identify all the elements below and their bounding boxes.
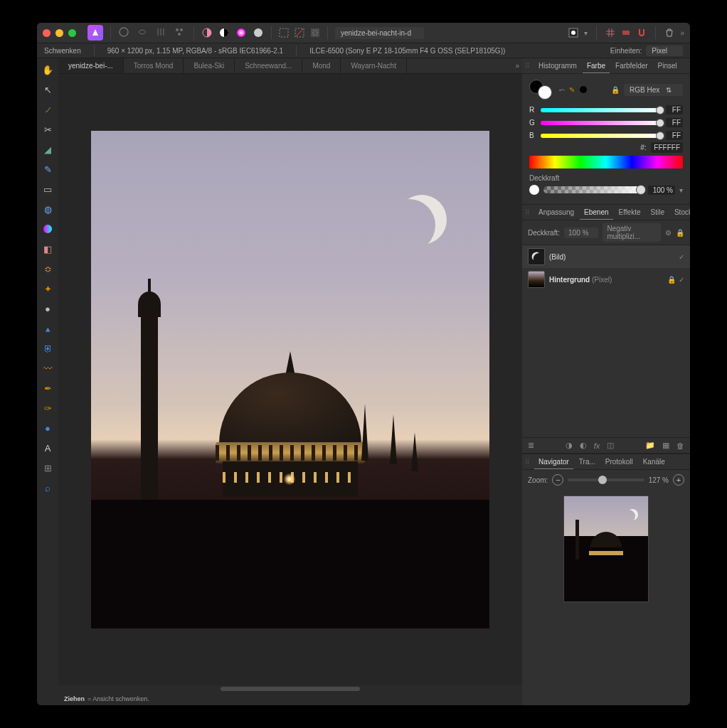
visibility-check-icon[interactable]: ✓ [679, 253, 684, 261]
lock-icon[interactable]: 🔒 [667, 276, 676, 284]
layer-row[interactable]: Hintergrund (Pixel) 🔒 ✓ [522, 268, 690, 291]
doc-tab-2[interactable]: Bulea-Ski [184, 58, 235, 73]
new-layer-icon[interactable]: ▦ [662, 441, 669, 450]
overflow-icon[interactable]: » [680, 29, 684, 37]
layer-row[interactable]: (Bild) ✓ [522, 245, 690, 268]
dropdown-icon[interactable]: ▾ [584, 29, 588, 37]
magnet-icon[interactable] [637, 28, 647, 38]
maximize-window-button[interactable] [68, 29, 76, 37]
export-persona-icon[interactable] [174, 26, 186, 39]
layer-opacity-select[interactable]: 100 % [564, 228, 598, 238]
clone-tool[interactable]: ≎ [39, 260, 56, 277]
bw-icon[interactable] [218, 27, 230, 38]
develop-persona-icon[interactable] [155, 26, 168, 39]
panel-handle-icon[interactable]: ⠿ [525, 63, 530, 70]
tab-color[interactable]: Farbe [583, 58, 610, 73]
hex-value[interactable]: FFFFFF [651, 142, 683, 153]
folder-icon[interactable]: 📁 [645, 441, 655, 450]
doc-tab-4[interactable]: Mond [302, 58, 341, 73]
photo-persona-icon[interactable] [118, 26, 131, 39]
tabs-overflow-icon[interactable]: » [515, 62, 519, 70]
g-slider[interactable] [541, 121, 662, 125]
color-mode-select[interactable]: RGB Hex ⇅ [624, 84, 683, 96]
liquify-persona-icon[interactable] [137, 26, 149, 39]
doc-tab-1[interactable]: Torros Mond [124, 58, 184, 73]
marquee-tool[interactable]: ▭ [39, 181, 56, 198]
horizontal-scrollbar[interactable] [58, 685, 522, 692]
tab-effects[interactable]: Effekte [615, 205, 645, 220]
document-select[interactable]: yenidze-bei-nacht-in-d [335, 27, 424, 39]
swap-colors-icon[interactable]: ⤺ [559, 86, 565, 94]
opacity-value[interactable]: 100 % [648, 186, 675, 195]
lock-all-icon[interactable]: 🔒 [676, 229, 684, 237]
tab-adjustments[interactable]: Anpassung [534, 205, 578, 220]
deselect-icon[interactable] [294, 28, 304, 38]
gear-icon[interactable]: ⚙ [665, 229, 672, 237]
tab-styles[interactable]: Stile [646, 205, 668, 220]
b-slider[interactable] [541, 134, 662, 138]
flood-fill-tool[interactable]: ◍ [39, 200, 56, 218]
doc-tab-3[interactable]: Schneewand... [235, 58, 302, 73]
doc-tab-0[interactable]: yenidze-bei-... [58, 58, 124, 73]
tab-navigator[interactable]: Navigator [534, 454, 573, 469]
layer-stack-icon[interactable]: ≣ [528, 441, 534, 450]
minimize-window-button[interactable] [55, 29, 63, 37]
color-wheel-icon[interactable] [235, 27, 247, 38]
fx-icon[interactable]: fx [594, 441, 600, 450]
visibility-check-icon[interactable]: ✓ [679, 276, 684, 284]
selection-brush-tool[interactable]: ◢ [39, 141, 56, 158]
tab-transform[interactable]: Tra... [575, 454, 600, 469]
r-slider[interactable] [541, 108, 662, 112]
invert-sel-icon[interactable] [310, 28, 320, 38]
snap-icon[interactable] [621, 28, 631, 38]
pen-tool[interactable]: ✒ [39, 380, 56, 397]
tab-stock[interactable]: Stock [670, 205, 690, 220]
panel-handle-icon[interactable]: ⠿ [525, 459, 530, 466]
move-tool[interactable]: ↖ [39, 81, 56, 98]
g-value[interactable]: FF [666, 118, 683, 127]
marquee-icon[interactable] [279, 28, 289, 38]
panel-handle-icon[interactable]: ⠿ [525, 209, 530, 216]
vector-pen-tool[interactable]: ✑ [39, 400, 56, 417]
zoom-in-button[interactable]: + [673, 474, 684, 486]
color-picker-tool[interactable]: ⟋ [39, 101, 56, 118]
crop-layer-icon[interactable]: ◫ [607, 441, 614, 450]
close-window-button[interactable] [43, 29, 51, 37]
blend-mode-select[interactable]: Negativ multiplizi... [603, 223, 661, 242]
hand-tool[interactable]: ✋ [39, 61, 56, 78]
mask-icon[interactable] [568, 28, 578, 38]
lock-icon[interactable]: 🔒 [611, 86, 620, 94]
opacity-slider[interactable] [543, 186, 644, 193]
delete-layer-icon[interactable]: 🗑 [676, 441, 684, 450]
crop-tool[interactable]: ✂ [39, 121, 56, 138]
mesh-tool[interactable]: ⊞ [39, 459, 56, 476]
smudge-tool[interactable]: ✦ [39, 280, 56, 297]
tab-history[interactable]: Protokoll [601, 454, 637, 469]
tab-histogram[interactable]: Histogramm [534, 58, 581, 73]
dodge-tool[interactable]: ● [39, 300, 56, 317]
mask-layer-icon[interactable]: ◑ [566, 441, 573, 450]
text-tool[interactable]: A [39, 439, 56, 456]
adjustment-layer-icon[interactable]: ◐ [580, 441, 587, 450]
navigator-preview[interactable] [522, 490, 690, 611]
b-value[interactable]: FF [666, 131, 683, 140]
brush-tool[interactable]: ✎ [39, 161, 56, 178]
color-swatches[interactable] [529, 80, 555, 100]
tab-brushes[interactable]: Pinsel [654, 58, 681, 73]
opacity-chevron-icon[interactable]: ▾ [679, 186, 683, 194]
tab-channels[interactable]: Kanäle [639, 454, 669, 469]
shape-tool[interactable]: ● [39, 419, 56, 437]
paint-brush-tool[interactable]: 〰 [39, 360, 56, 377]
zoom-slider[interactable] [568, 478, 644, 481]
canvas-viewport[interactable] [58, 74, 522, 685]
doc-tab-5[interactable]: Wayarn-Nacht [341, 58, 407, 73]
units-select[interactable]: Pixel [646, 46, 683, 56]
eraser-tool[interactable]: ◧ [39, 240, 56, 257]
grid-icon[interactable] [605, 28, 615, 38]
sphere-icon[interactable] [253, 27, 264, 38]
zoom-tool[interactable]: ⌕ [39, 479, 56, 496]
adjustment-icon[interactable] [201, 27, 213, 38]
zoom-out-button[interactable]: − [552, 474, 563, 486]
healing-tool[interactable]: ⛨ [39, 340, 56, 357]
r-value[interactable]: FF [666, 105, 683, 114]
